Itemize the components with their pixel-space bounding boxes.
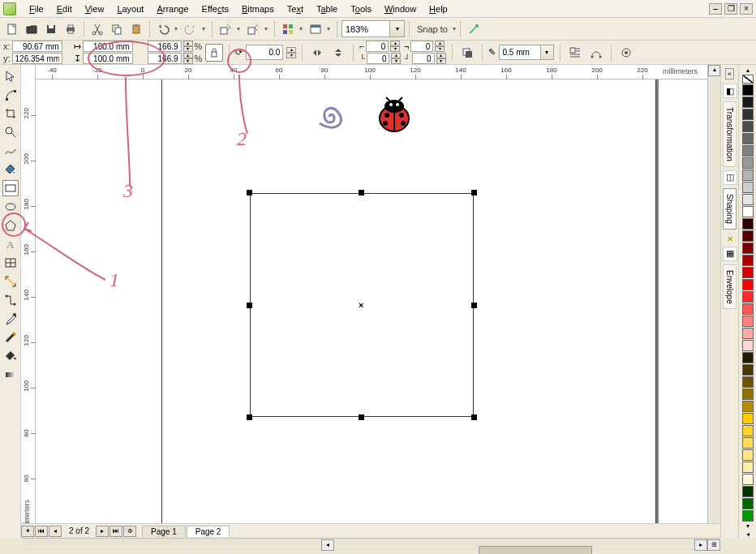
swatch[interactable] (742, 145, 754, 157)
swatch[interactable] (742, 230, 754, 242)
scale-x-input[interactable] (148, 41, 182, 52)
window-minimize-button[interactable]: ‒ (709, 3, 722, 15)
swatch[interactable] (742, 170, 754, 181)
swatch[interactable] (742, 109, 754, 120)
welcome-button[interactable]: ▾ (307, 20, 333, 38)
outline-width-combo[interactable]: 0.5 mm ▾ (499, 45, 554, 60)
swatch[interactable] (742, 255, 754, 266)
polygon-tool[interactable] (2, 217, 19, 234)
table-tool[interactable] (2, 255, 19, 271)
add-page-after-button[interactable]: ⊕ (123, 526, 136, 537)
swatch[interactable] (742, 376, 754, 388)
object-x-input[interactable] (12, 41, 62, 52)
object-width-input[interactable] (83, 41, 133, 52)
swatch[interactable] (742, 328, 754, 339)
menu-help[interactable]: Help (423, 2, 454, 15)
handle-mr[interactable] (471, 303, 477, 308)
swatch[interactable] (742, 462, 754, 473)
corner-bl-input[interactable] (367, 53, 389, 64)
swatch[interactable] (742, 486, 754, 497)
shape-tool[interactable] (2, 87, 19, 103)
menu-file[interactable]: File (23, 2, 50, 15)
mirror-vertical-button[interactable] (329, 44, 347, 62)
menu-arrange[interactable]: Arrange (150, 2, 195, 15)
next-page-button[interactable]: ▸ (96, 526, 109, 537)
docker-shaping-tab[interactable]: Shaping (723, 188, 737, 230)
handle-br[interactable] (471, 414, 477, 420)
interactive-fill-tool[interactable] (2, 367, 19, 383)
docker-envelope-tab[interactable]: Envelope (723, 264, 737, 310)
swatch[interactable] (742, 352, 754, 363)
docker-transformation-tab[interactable]: Transformation (723, 101, 737, 167)
vertical-scrollbar[interactable]: ▴ ▾ (707, 65, 720, 538)
swatch[interactable] (742, 182, 754, 193)
swatch[interactable] (742, 389, 754, 400)
swatch[interactable] (742, 243, 754, 254)
save-button[interactable] (42, 20, 60, 38)
swatch[interactable] (742, 97, 754, 108)
handle-tm[interactable] (359, 190, 364, 195)
fill-tool[interactable] (2, 348, 19, 364)
zoom-combo[interactable]: ▾ (341, 20, 405, 37)
open-button[interactable] (23, 20, 41, 38)
handle-ml[interactable] (247, 303, 252, 308)
swatch[interactable] (742, 267, 754, 278)
swatch[interactable] (742, 498, 754, 509)
handle-tr[interactable] (471, 190, 477, 195)
palette-flyout[interactable]: ◂ (746, 530, 750, 539)
swatch[interactable] (742, 218, 754, 230)
swatch[interactable] (742, 133, 754, 144)
swatch[interactable] (742, 401, 754, 412)
page-tab-1[interactable]: Page 1 (142, 526, 186, 537)
swatch[interactable] (742, 84, 754, 96)
swatch[interactable] (742, 413, 754, 424)
swatch[interactable] (742, 279, 754, 290)
zoom-dropdown-icon[interactable]: ▾ (389, 21, 404, 37)
swatch[interactable] (742, 474, 754, 485)
swatch[interactable] (742, 157, 754, 169)
eyedropper-tool[interactable] (2, 311, 19, 327)
first-page-button[interactable]: ⏮ (35, 526, 48, 537)
horizontal-scrollbar[interactable]: ◂ ▸ ⊞ (21, 538, 720, 551)
menu-edit[interactable]: Edit (50, 2, 79, 15)
cut-button[interactable] (88, 20, 106, 38)
crop-tool[interactable] (2, 105, 19, 122)
swatch[interactable] (742, 194, 754, 205)
palette-scroll-down[interactable]: ▾ (746, 522, 750, 530)
options-button[interactable] (465, 20, 483, 38)
docker-close-icon[interactable]: ✕ (727, 234, 733, 243)
new-button[interactable] (3, 20, 21, 38)
handle-tl[interactable] (247, 190, 252, 195)
rotation-input[interactable] (246, 45, 283, 60)
menu-window[interactable]: Window (378, 2, 423, 15)
swatch[interactable] (742, 437, 754, 449)
paste-button[interactable] (127, 20, 145, 38)
menu-table[interactable]: Table (310, 2, 344, 15)
convert-to-curves-button[interactable] (587, 44, 605, 62)
swatch-none[interactable] (742, 75, 754, 84)
redo-button[interactable]: ▾ (182, 20, 208, 38)
swatch[interactable] (742, 291, 754, 303)
menu-bitmaps[interactable]: Bitmaps (235, 2, 281, 15)
menu-effects[interactable]: Effects (195, 2, 235, 15)
rectangle-tool[interactable] (2, 180, 19, 196)
handle-bl[interactable] (247, 414, 252, 420)
swatch[interactable] (742, 364, 754, 376)
palette-scroll-up[interactable]: ▴ (746, 67, 750, 75)
swatch[interactable] (742, 206, 754, 217)
corner-tr-input[interactable] (410, 41, 433, 52)
menu-tools[interactable]: Tools (344, 2, 378, 15)
swatch[interactable] (742, 425, 754, 436)
smart-fill-tool[interactable] (2, 161, 19, 178)
object-y-input[interactable] (12, 53, 62, 64)
lock-ratio-button[interactable] (205, 44, 223, 62)
connector-tool[interactable] (2, 292, 19, 308)
last-page-button[interactable]: ⏭ (110, 526, 122, 537)
zoom-input[interactable] (342, 24, 389, 34)
docker-envelope-icon[interactable]: ▦ (723, 247, 737, 261)
swatch[interactable] (742, 449, 754, 461)
print-button[interactable] (62, 20, 79, 38)
ellipse-tool[interactable] (2, 199, 19, 215)
to-front-button[interactable] (458, 44, 476, 62)
mirror-horizontal-button[interactable] (308, 44, 326, 62)
